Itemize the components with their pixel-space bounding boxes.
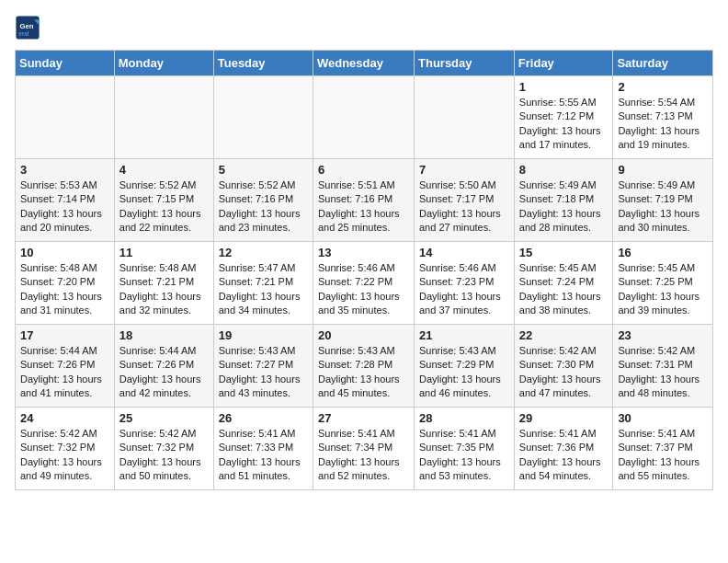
calendar-body: 1Sunrise: 5:55 AM Sunset: 7:12 PM Daylig… [16, 76, 713, 490]
day-number: 30 [618, 411, 708, 425]
day-number: 18 [119, 328, 209, 342]
calendar-cell: 18Sunrise: 5:44 AM Sunset: 7:26 PM Dayli… [114, 325, 213, 408]
calendar-cell: 3Sunrise: 5:53 AM Sunset: 7:14 PM Daylig… [16, 159, 115, 242]
day-header-sunday: Sunday [16, 51, 115, 76]
day-number: 24 [20, 411, 109, 425]
day-number: 7 [419, 163, 509, 177]
day-number: 13 [318, 246, 409, 259]
svg-text:Gen: Gen [20, 22, 34, 30]
calendar-cell: 19Sunrise: 5:43 AM Sunset: 7:27 PM Dayli… [213, 325, 313, 408]
calendar-cell: 29Sunrise: 5:41 AM Sunset: 7:36 PM Dayli… [514, 408, 613, 490]
day-info: Sunrise: 5:43 AM Sunset: 7:27 PM Dayligh… [219, 344, 308, 401]
day-info: Sunrise: 5:46 AM Sunset: 7:23 PM Dayligh… [419, 261, 509, 318]
day-info: Sunrise: 5:42 AM Sunset: 7:32 PM Dayligh… [20, 427, 109, 484]
day-info: Sunrise: 5:52 AM Sunset: 7:16 PM Dayligh… [219, 178, 308, 236]
day-number: 2 [618, 80, 708, 94]
day-info: Sunrise: 5:54 AM Sunset: 7:13 PM Dayligh… [618, 96, 708, 153]
calendar-week-1: 3Sunrise: 5:53 AM Sunset: 7:14 PM Daylig… [16, 159, 713, 242]
calendar-cell: 5Sunrise: 5:52 AM Sunset: 7:16 PM Daylig… [213, 159, 313, 242]
day-header-monday: Monday [114, 51, 213, 76]
day-info: Sunrise: 5:41 AM Sunset: 7:33 PM Dayligh… [219, 427, 308, 484]
day-info: Sunrise: 5:42 AM Sunset: 7:31 PM Dayligh… [618, 344, 708, 401]
day-number: 22 [519, 328, 609, 342]
calendar-cell: 25Sunrise: 5:42 AM Sunset: 7:32 PM Dayli… [114, 408, 213, 490]
calendar-cell: 22Sunrise: 5:42 AM Sunset: 7:30 PM Dayli… [514, 325, 613, 408]
calendar-cell: 7Sunrise: 5:50 AM Sunset: 7:17 PM Daylig… [415, 159, 515, 242]
day-info: Sunrise: 5:49 AM Sunset: 7:19 PM Dayligh… [618, 178, 708, 236]
day-info: Sunrise: 5:42 AM Sunset: 7:32 PM Dayligh… [119, 427, 209, 484]
day-info: Sunrise: 5:44 AM Sunset: 7:26 PM Dayligh… [20, 344, 109, 401]
calendar-cell: 6Sunrise: 5:51 AM Sunset: 7:16 PM Daylig… [313, 159, 414, 242]
calendar-cell: 20Sunrise: 5:43 AM Sunset: 7:28 PM Dayli… [313, 325, 414, 408]
calendar-cell: 13Sunrise: 5:46 AM Sunset: 7:22 PM Dayli… [313, 242, 414, 325]
day-info: Sunrise: 5:51 AM Sunset: 7:16 PM Dayligh… [318, 178, 409, 236]
day-number: 11 [119, 246, 209, 259]
day-info: Sunrise: 5:43 AM Sunset: 7:28 PM Dayligh… [318, 344, 409, 401]
svg-text:eral: eral [18, 30, 28, 37]
day-number: 28 [419, 411, 509, 425]
calendar-cell: 9Sunrise: 5:49 AM Sunset: 7:19 PM Daylig… [613, 159, 713, 242]
day-number: 12 [219, 246, 308, 259]
day-number: 4 [119, 163, 209, 177]
calendar-cell: 2Sunrise: 5:54 AM Sunset: 7:13 PM Daylig… [613, 76, 713, 159]
calendar-cell: 16Sunrise: 5:45 AM Sunset: 7:25 PM Dayli… [613, 242, 713, 325]
day-number: 6 [318, 163, 409, 177]
day-number: 29 [519, 411, 609, 425]
calendar-cell: 24Sunrise: 5:42 AM Sunset: 7:32 PM Dayli… [16, 408, 115, 490]
day-number: 27 [318, 411, 409, 425]
day-info: Sunrise: 5:48 AM Sunset: 7:21 PM Dayligh… [119, 261, 209, 318]
day-info: Sunrise: 5:46 AM Sunset: 7:22 PM Dayligh… [318, 261, 409, 318]
calendar-cell: 30Sunrise: 5:41 AM Sunset: 7:37 PM Dayli… [613, 408, 713, 490]
day-number: 20 [318, 328, 409, 342]
calendar-cell: 11Sunrise: 5:48 AM Sunset: 7:21 PM Dayli… [114, 242, 213, 325]
day-info: Sunrise: 5:47 AM Sunset: 7:21 PM Dayligh… [219, 261, 308, 318]
day-header-friday: Friday [514, 51, 613, 76]
calendar-cell: 14Sunrise: 5:46 AM Sunset: 7:23 PM Dayli… [415, 242, 515, 325]
day-info: Sunrise: 5:41 AM Sunset: 7:35 PM Dayligh… [419, 427, 509, 484]
calendar-week-4: 24Sunrise: 5:42 AM Sunset: 7:32 PM Dayli… [16, 408, 713, 490]
day-number: 1 [519, 80, 609, 94]
day-header-wednesday: Wednesday [313, 51, 414, 76]
day-number: 5 [219, 163, 308, 177]
calendar-cell: 8Sunrise: 5:49 AM Sunset: 7:18 PM Daylig… [514, 159, 613, 242]
day-info: Sunrise: 5:44 AM Sunset: 7:26 PM Dayligh… [119, 344, 209, 401]
calendar-cell: 10Sunrise: 5:48 AM Sunset: 7:20 PM Dayli… [16, 242, 115, 325]
day-number: 21 [419, 328, 509, 342]
calendar-cell: 1Sunrise: 5:55 AM Sunset: 7:12 PM Daylig… [514, 76, 613, 159]
day-header-saturday: Saturday [613, 51, 713, 76]
day-number: 9 [618, 163, 708, 177]
day-number: 16 [618, 246, 708, 259]
calendar-header-row: SundayMondayTuesdayWednesdayThursdayFrid… [16, 51, 713, 76]
calendar-week-0: 1Sunrise: 5:55 AM Sunset: 7:12 PM Daylig… [16, 76, 713, 159]
day-number: 15 [519, 246, 609, 259]
day-info: Sunrise: 5:45 AM Sunset: 7:24 PM Dayligh… [519, 261, 609, 318]
calendar-cell: 21Sunrise: 5:43 AM Sunset: 7:29 PM Dayli… [415, 325, 515, 408]
calendar-cell [114, 76, 213, 159]
calendar-week-2: 10Sunrise: 5:48 AM Sunset: 7:20 PM Dayli… [16, 242, 713, 325]
calendar-cell [313, 76, 414, 159]
day-info: Sunrise: 5:48 AM Sunset: 7:20 PM Dayligh… [20, 261, 109, 318]
day-info: Sunrise: 5:41 AM Sunset: 7:37 PM Dayligh… [618, 427, 708, 484]
day-info: Sunrise: 5:50 AM Sunset: 7:17 PM Dayligh… [419, 178, 509, 236]
day-number: 14 [419, 246, 509, 259]
day-info: Sunrise: 5:45 AM Sunset: 7:25 PM Dayligh… [618, 261, 708, 318]
calendar-cell [213, 76, 313, 159]
day-info: Sunrise: 5:49 AM Sunset: 7:18 PM Dayligh… [519, 178, 609, 236]
calendar-cell [16, 76, 115, 159]
day-number: 26 [219, 411, 308, 425]
calendar-cell: 28Sunrise: 5:41 AM Sunset: 7:35 PM Dayli… [415, 408, 515, 490]
day-number: 19 [219, 328, 308, 342]
day-number: 17 [20, 328, 109, 342]
day-number: 3 [20, 163, 109, 177]
calendar-cell: 17Sunrise: 5:44 AM Sunset: 7:26 PM Dayli… [16, 325, 115, 408]
day-info: Sunrise: 5:42 AM Sunset: 7:30 PM Dayligh… [519, 344, 609, 401]
calendar-cell: 15Sunrise: 5:45 AM Sunset: 7:24 PM Dayli… [514, 242, 613, 325]
day-header-tuesday: Tuesday [213, 51, 313, 76]
day-info: Sunrise: 5:55 AM Sunset: 7:12 PM Dayligh… [519, 96, 609, 153]
calendar-cell: 23Sunrise: 5:42 AM Sunset: 7:31 PM Dayli… [613, 325, 713, 408]
calendar-week-3: 17Sunrise: 5:44 AM Sunset: 7:26 PM Dayli… [16, 325, 713, 408]
day-info: Sunrise: 5:41 AM Sunset: 7:34 PM Dayligh… [318, 427, 409, 484]
calendar-cell [415, 76, 515, 159]
day-number: 8 [519, 163, 609, 177]
calendar-cell: 27Sunrise: 5:41 AM Sunset: 7:34 PM Dayli… [313, 408, 414, 490]
